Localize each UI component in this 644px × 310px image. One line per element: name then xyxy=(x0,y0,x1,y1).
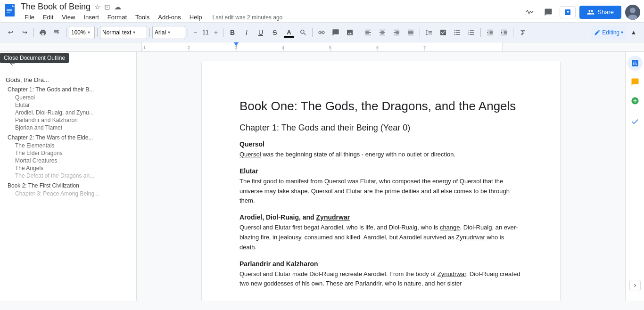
sheets-icon[interactable] xyxy=(627,56,643,71)
svg-text:3: 3 xyxy=(235,45,237,50)
zynudrwar-ref2: Zynudrwar xyxy=(438,270,466,277)
add-panel-icon[interactable] xyxy=(627,93,643,108)
outline-item-mortal[interactable]: Mortal Creatures xyxy=(0,157,136,164)
menu-view[interactable]: View xyxy=(58,12,79,22)
quersol-underline: Quersol xyxy=(239,151,261,158)
menu-help[interactable]: Help xyxy=(186,12,206,22)
underline-button[interactable]: U xyxy=(254,26,267,39)
zoom-select[interactable]: 100% ▾ xyxy=(69,26,95,39)
menu-tools[interactable]: Tools xyxy=(132,12,153,22)
folder-icon[interactable]: ⊡ xyxy=(104,3,110,11)
zoom-arrow: ▾ xyxy=(88,30,90,35)
align-center-button[interactable] xyxy=(376,26,389,39)
check-panel-icon[interactable] xyxy=(627,114,643,129)
parlandrir-body[interactable]: Quersol and Elutar made Diol-Ruaig recre… xyxy=(239,269,522,289)
italic-button[interactable]: I xyxy=(240,26,253,39)
comment-button[interactable] xyxy=(329,26,342,39)
elutar-body[interactable]: The first good to manifest from Quersol … xyxy=(239,177,522,206)
chapter-title: Chapter 1: The Gods and their Being (Yea… xyxy=(239,123,522,133)
font-size-value[interactable]: 11 xyxy=(201,29,210,36)
undo-button[interactable]: ↩ xyxy=(4,26,17,39)
section-parlandrir: Parlandrir and Kalzharon Quersol and Elu… xyxy=(239,260,522,289)
bold-button[interactable]: B xyxy=(226,26,239,39)
svg-text:5: 5 xyxy=(329,45,331,50)
align-right-button[interactable] xyxy=(390,26,403,39)
quersol-ref-1: Quersol xyxy=(324,178,346,185)
quersol-body[interactable]: Quersol was the beginning state of all t… xyxy=(239,150,522,160)
highlight-button[interactable] xyxy=(297,26,310,39)
menu-format[interactable]: Format xyxy=(104,12,131,22)
quersol-heading: Quersol xyxy=(239,140,522,148)
section-elutar: Elutar The first good to manifest from Q… xyxy=(239,167,522,206)
expand-sidebar-button[interactable] xyxy=(629,280,641,291)
activity-icon[interactable] xyxy=(522,5,537,20)
outline-item-quersol[interactable]: Quersol xyxy=(0,94,136,101)
indent-button[interactable] xyxy=(497,26,511,39)
outline-item-elementals[interactable]: The Elementals xyxy=(0,142,136,149)
book-title: Book One: The Gods, the Dragons, and the… xyxy=(239,99,522,114)
clear-format-button[interactable] xyxy=(516,26,529,39)
checklist-button[interactable] xyxy=(437,26,450,39)
editing-mode-button[interactable]: Editing ▾ xyxy=(591,26,626,39)
star-icon[interactable]: ☆ xyxy=(94,3,100,11)
toolbar-divider-3 xyxy=(97,28,98,37)
svg-point-6 xyxy=(630,8,636,13)
image-button[interactable] xyxy=(343,26,356,39)
expand-toolbar-button[interactable]: ▲ xyxy=(627,26,640,39)
redo-button[interactable]: ↪ xyxy=(18,26,31,39)
menu-edit[interactable]: Edit xyxy=(39,12,57,22)
line-spacing-button[interactable] xyxy=(422,26,436,39)
outline-item-parlandrir[interactable]: Parlandrir and Kalzharon xyxy=(0,116,136,124)
chat-icon[interactable] xyxy=(541,5,556,20)
parlandrir-heading: Parlandrir and Kalzharon xyxy=(239,260,522,268)
menu-addons[interactable]: Add-ons xyxy=(154,12,184,22)
paint-format-button[interactable] xyxy=(50,26,64,39)
font-size-control: − 11 + xyxy=(190,28,221,37)
link-button[interactable] xyxy=(315,26,328,39)
style-arrow: ▾ xyxy=(133,30,135,35)
svg-text:2: 2 xyxy=(188,45,190,50)
doc-title[interactable]: The Book of Being xyxy=(21,2,91,12)
outline-main-heading[interactable]: Gods, the Dra... xyxy=(0,74,136,85)
toolbar-divider-10 xyxy=(480,28,481,37)
text-color-button[interactable]: A xyxy=(282,26,296,39)
strikethrough-button[interactable]: S xyxy=(268,26,281,39)
outline-item-book2[interactable]: Book 2: The First Civilization xyxy=(0,181,136,190)
outline-item-elutar[interactable]: Elutar xyxy=(0,101,136,109)
svg-rect-4 xyxy=(7,12,10,13)
outline-item-ch3[interactable]: Chapter 3: Peace Among Being... xyxy=(0,190,136,197)
cloud-icon[interactable]: ☁ xyxy=(114,3,121,11)
arodiel-body[interactable]: Quersol and Elutar first begat Aarodiel,… xyxy=(239,223,522,252)
outline-item-bjorlan[interactable]: Bjorlan and Tiamet xyxy=(0,124,136,131)
outline-tooltip: Close Document Outline xyxy=(0,53,69,63)
toolbar-divider-7 xyxy=(312,28,313,37)
section-arodiel: Arodiel, Diol-Ruaig, and Zynudrwar Quers… xyxy=(239,213,522,252)
outline-item-ch1[interactable]: Chapter 1: The Gods and their B... xyxy=(0,85,136,94)
avatar xyxy=(625,5,640,20)
chat-panel-icon[interactable] xyxy=(627,74,643,90)
style-select[interactable]: Normal text ▾ xyxy=(100,26,147,39)
numbered-list-button[interactable] xyxy=(465,26,478,39)
align-left-button[interactable] xyxy=(362,26,375,39)
font-size-increase[interactable]: + xyxy=(211,28,221,37)
outline-item-arodiel[interactable]: Arodiel, Diol-Ruaig, and Zynu... xyxy=(0,109,136,116)
section-quersol: Quersol Quersol was the beginning state … xyxy=(239,140,522,160)
font-select[interactable]: Arial ▾ xyxy=(152,26,185,39)
print-button[interactable] xyxy=(36,26,50,39)
share-button[interactable]: Share xyxy=(579,6,621,19)
style-value: Normal text xyxy=(102,29,131,36)
bullet-list-button[interactable] xyxy=(451,26,464,39)
outline-item-defeat[interactable]: The Defeat of the Dragons an... xyxy=(0,172,136,179)
page: Book One: The Gods, the Dragons, and the… xyxy=(202,61,560,301)
outdent-button[interactable] xyxy=(483,26,496,39)
menu-file[interactable]: File xyxy=(21,12,38,22)
explore-btn[interactable] xyxy=(560,6,576,18)
menu-insert[interactable]: Insert xyxy=(80,12,103,22)
outline-item-ch2[interactable]: Chapter 2: The Wars of the Elde... xyxy=(0,133,136,142)
svg-text:6: 6 xyxy=(376,45,379,50)
justify-button[interactable] xyxy=(404,26,417,39)
font-size-decrease[interactable]: − xyxy=(190,28,200,37)
outline-item-elder-dragons[interactable]: The Elder Dragons xyxy=(0,149,136,157)
toolbar-divider-8 xyxy=(359,28,359,37)
outline-item-angels[interactable]: The Angels xyxy=(0,164,136,172)
